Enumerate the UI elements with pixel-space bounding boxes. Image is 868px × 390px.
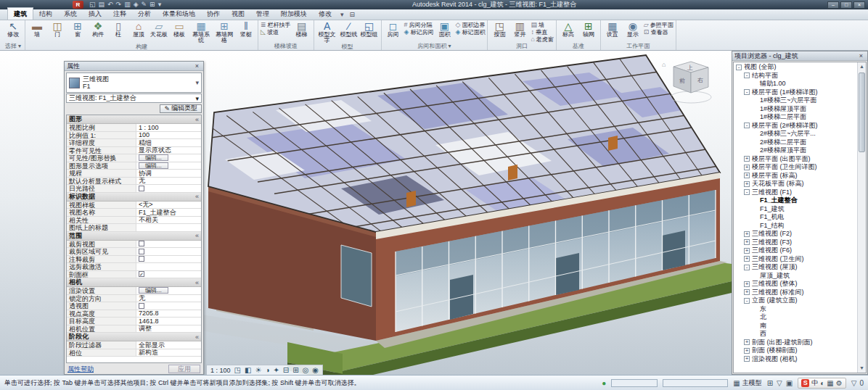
shadows-icon[interactable]: ◑ [265,366,269,374]
tree-item[interactable]: +楼层平面 (出图平面) [734,155,856,164]
tree-item[interactable]: 1#楼梯屋顶平面 [734,105,856,114]
ribbon-button-component[interactable]: ❖构件 [89,21,107,43]
edit-type-button[interactable]: ✎ 编辑类型 [160,104,202,113]
ribbon-button-ramp[interactable]: ◺坡道 [261,29,291,36]
view-cube-top-label[interactable]: 上 [687,65,693,71]
property-value[interactable]: 1461.8 [136,318,201,325]
sun-path-icon[interactable]: ☀ [255,366,261,374]
tree-item[interactable]: +楼层平面 (卫生间详图) [734,163,856,172]
ribbon-button-area-boundary[interactable]: ◇面积边界 [455,22,485,28]
ribbon-tab-manage[interactable]: 管理 [250,8,275,20]
ribbon-tab-insert[interactable]: 插入 [83,8,107,20]
collapse-icon[interactable]: « [195,279,199,286]
ribbon-button-room-separator[interactable]: #房间分隔 [404,22,434,28]
ribbon-tab-analyze[interactable]: 分析 [132,8,157,20]
expand-icon[interactable]: - [744,123,750,128]
ribbon-button-model-group[interactable]: ◱模型组 [360,21,379,43]
tree-item[interactable]: -三维视图 (屋顶) [734,263,856,272]
expand-icon[interactable]: - [744,89,750,95]
view-cube-home-icon[interactable]: ⌂ [662,61,666,68]
view-cube-front-label[interactable]: 前 [679,78,685,84]
view-selector-dropdown[interactable]: 三维视图: F1_土建整合 ▾ [66,94,202,103]
property-value[interactable] [136,302,201,310]
ribbon-tab-architecture[interactable]: 建筑 [7,7,33,20]
ribbon-button-curtain-system[interactable]: ▦幕墙系统 [190,21,212,43]
property-value[interactable]: <无> [136,202,201,209]
expand-icon[interactable]: + [744,181,750,187]
property-value[interactable]: 不相关 [136,217,201,224]
property-value[interactable] [136,241,201,248]
ribbon-button-tag-room[interactable]: ◈标记房间 [404,29,434,36]
edit-button[interactable]: 编辑... [139,154,168,161]
tree-item[interactable]: +三维视图 (F3) [734,238,856,247]
minimize-button[interactable]: – [827,1,839,9]
ribbon-tab-massing-site[interactable]: 体量和场地 [157,8,201,20]
tree-item[interactable]: 2#楼梯三~六层平... [734,130,856,138]
tree-item[interactable]: 南 [734,322,856,331]
ribbon-button-modify[interactable]: ↖修改 [4,21,22,43]
tree-item[interactable]: +剖面 (楼梯剖面) [734,347,856,355]
property-value[interactable]: 显示原状态 [136,147,201,154]
property-value[interactable]: 新构造 [136,349,201,357]
checkbox[interactable] [139,186,144,191]
expand-icon[interactable]: + [744,289,750,295]
detail-level-icon[interactable]: ◳ [234,366,241,374]
property-value[interactable]: 100 [136,132,201,139]
chevron-down-icon[interactable]: ▾ [195,79,199,86]
tree-item[interactable]: -楼层平面 (2#楼梯详图) [734,122,856,130]
tree-item[interactable]: -立面 (建筑立面) [734,296,856,305]
rendering-dialog-icon[interactable]: ✦ [273,366,279,374]
property-section-header[interactable]: 相机« [67,278,201,287]
expand-icon[interactable]: + [744,239,750,245]
expand-icon[interactable]: - [736,65,742,70]
ribbon-button-shaft[interactable]: ▥竖井 [510,21,529,43]
design-options-box[interactable] [663,379,728,387]
visual-style-icon[interactable]: ◧ [245,366,251,374]
ribbon-button-level[interactable]: △标高 [559,21,578,43]
expand-icon[interactable]: + [744,356,750,362]
ribbon-button-ceiling[interactable]: ▱天花板 [150,21,168,43]
collapse-icon[interactable]: « [195,116,199,123]
property-value[interactable] [136,185,201,192]
ribbon-button-column[interactable]: ▯柱 [109,21,128,43]
checkbox[interactable] [139,249,144,254]
checkbox[interactable]: ✓ [139,271,144,277]
expand-icon[interactable]: + [744,173,750,178]
property-value[interactable]: F1_土建整合 [136,209,201,216]
ribbon-button-mullion[interactable]: ‖竖梃 [237,21,255,43]
ribbon-tab-view[interactable]: 视图 [226,8,250,20]
property-value[interactable]: ✓ [136,271,201,278]
tree-item[interactable]: -三维视图 (F1) [734,188,856,197]
collapse-icon[interactable]: « [195,193,199,200]
press-drag-toggle-icon[interactable]: ▣ [786,379,793,387]
scroll-up-icon[interactable]: ▲ [858,62,866,71]
expand-icon[interactable]: + [744,248,750,254]
property-value[interactable] [136,224,201,231]
collapse-icon[interactable]: « [195,232,199,239]
ribbon-button-wall-opening[interactable]: ▤墙 [531,22,553,28]
property-section-header[interactable]: 图形« [67,115,201,124]
property-value[interactable]: 无 [136,295,201,302]
ribbon-button-curtain-grid[interactable]: ⊞幕墙网格 [213,21,235,43]
ribbon-button-roof[interactable]: ⌂屋顶 [129,21,148,43]
property-value[interactable] [136,263,201,270]
expand-icon[interactable]: - [744,189,750,195]
property-section-header[interactable]: 范围« [67,232,201,241]
temporary-hide-isolate-icon[interactable]: ◎ [303,366,309,374]
checkbox[interactable] [139,303,144,309]
edit-button[interactable]: 编辑... [139,287,168,294]
ime-mode[interactable]: 中 [811,378,818,388]
full-half-width-toggle-icon[interactable]: ◐ [820,379,824,387]
ribbon-button-area[interactable]: ▣面积 [435,21,454,43]
checkbox[interactable] [139,241,144,246]
close-button[interactable]: × [853,1,865,9]
tree-item[interactable]: +渲染视图 (相机) [734,355,856,364]
tree-item[interactable]: 东 [734,305,856,314]
tree-item[interactable]: +三维视图 (整体) [734,280,856,289]
selection-filter-icon[interactable]: ▽ [851,379,857,387]
tree-item[interactable]: +三维视图 (标准间) [734,289,856,297]
view-scale[interactable]: 1 : 100 [210,367,231,374]
ribbon-tab-modify[interactable]: 修改 [313,8,337,20]
tree-item[interactable]: 1#楼梯二层平面 [734,113,856,122]
expand-icon[interactable]: - [744,298,750,304]
